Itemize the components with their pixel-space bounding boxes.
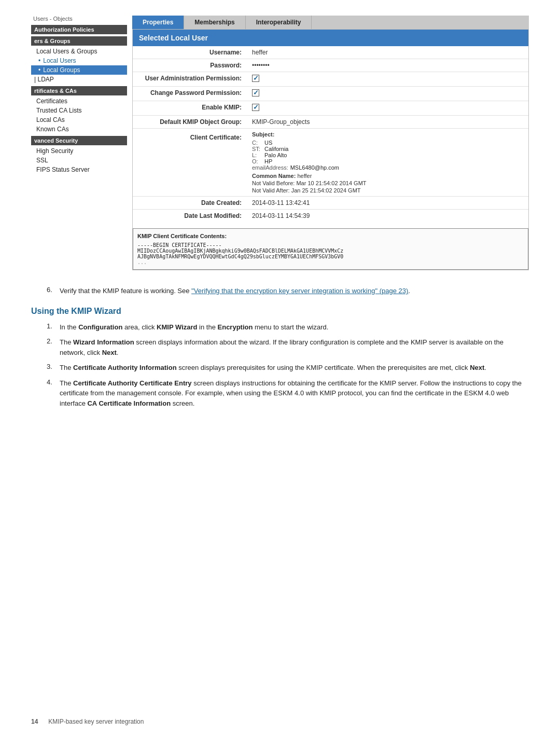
- cert-box: KMIP Client Certificate Contents: -----B…: [133, 228, 528, 270]
- sidebar-nav-top: Users - Objects: [31, 16, 127, 22]
- label-date-created: Date Created:: [133, 197, 247, 210]
- sidebar-item-label: Local Users: [43, 57, 76, 64]
- sidebar-item-fips[interactable]: FIPS Status Server: [31, 165, 127, 174]
- detail-table: Username: heffer Password: •••••••• User…: [133, 46, 528, 222]
- sidebar-item-certificates[interactable]: Certificates: [31, 96, 127, 106]
- step-3-item: 3. The Certificate Authority Information…: [31, 363, 529, 373]
- tab-properties[interactable]: Properties: [132, 16, 184, 29]
- cert-content: -----BEGIN CERTIFICATE----- MIIDozCCAoug…: [137, 242, 524, 265]
- cert-val-st: California: [264, 146, 288, 152]
- cert-row-c: C: US: [252, 140, 339, 146]
- cert-key-o: O:: [252, 158, 262, 164]
- label-kmip-group: Default KMIP Object Group:: [133, 116, 247, 129]
- row-kmip-group: Default KMIP Object Group: KMIP-Group_ob…: [133, 116, 528, 129]
- row-client-cert: Client Certificate: Subject:: [133, 129, 528, 197]
- footer-text: KMIP-based key server integration: [48, 718, 144, 725]
- step-4-text: The Certificate Authority Certificate En…: [60, 378, 529, 409]
- value-date-created: 2014-03-11 13:42:41: [247, 197, 528, 210]
- step-4-number: 4.: [47, 378, 60, 409]
- sidebar-header-auth: Authorization Policies: [31, 25, 127, 34]
- cert-subject: C: US ST: California L:: [252, 140, 339, 171]
- step-3-bold2: Next: [470, 364, 484, 371]
- sidebar-group-adv-security: vanced Security High Security SSL FIPS S…: [31, 136, 127, 174]
- checkbox-change-pass-perm[interactable]: [252, 89, 259, 96]
- row-enable-kmip: Enable KMIP:: [133, 101, 528, 116]
- step-2-number: 2.: [47, 337, 60, 357]
- cert-key-email: emailAddress:: [252, 164, 288, 171]
- checkbox-admin-perm[interactable]: [252, 75, 259, 82]
- sidebar-header-certs: rtificates & CAs: [31, 86, 127, 95]
- sidebar-item-ldap[interactable]: | LDAP: [31, 75, 127, 84]
- cert-not-after: Not Valid After: Jan 25 21:54:02 2024 GM…: [252, 187, 523, 194]
- cert-not-after-label: Not Valid After:: [252, 187, 290, 194]
- tabs-bar: Properties Memberships Interoperability: [132, 16, 529, 29]
- cert-val-l: Palo Alto: [264, 152, 287, 158]
- sidebar-item-known-cas[interactable]: Known CAs: [31, 125, 127, 134]
- step-1-bold1: Configuration: [78, 323, 122, 331]
- step-3-bold1: Certificate Authority Information: [73, 364, 177, 371]
- value-username: heffer: [247, 46, 528, 59]
- sidebar-group-certs: rtificates & CAs Certificates Trusted CA…: [31, 86, 127, 134]
- cert-line-4: ...: [137, 259, 524, 265]
- label-password: Password:: [133, 59, 247, 72]
- row-change-pass-perm: Change Password Permission:: [133, 87, 528, 101]
- step-2-bold1: Wizard Information: [73, 338, 134, 346]
- step-1-text: In the Configuration area, click KMIP Wi…: [60, 322, 529, 333]
- sidebar-item-trusted-ca[interactable]: Trusted CA Lists: [31, 106, 127, 115]
- sidebar-item-local-users-groups[interactable]: Local Users & Groups: [31, 47, 127, 56]
- label-client-cert: Client Certificate:: [133, 129, 247, 197]
- cert-val-c: US: [264, 140, 272, 146]
- step-6-intro: Verify that the KMIP feature is working.…: [60, 287, 191, 295]
- cert-box-title: KMIP Client Certificate Contents:: [137, 233, 524, 239]
- sidebar-item-local-users[interactable]: • Local Users: [31, 56, 127, 65]
- value-change-pass-perm: [247, 87, 528, 101]
- value-date-modified: 2014-03-11 14:54:39: [247, 210, 528, 223]
- step-1-number: 1.: [47, 322, 60, 333]
- label-admin-perm: User Administration Permission:: [133, 72, 247, 87]
- value-password: ••••••••: [247, 59, 528, 72]
- checkbox-enable-kmip[interactable]: [252, 104, 259, 111]
- step-4-bold2: CA Certificate Information: [87, 399, 171, 407]
- body-section: 6. Verify that the KMIP feature is worki…: [31, 286, 529, 413]
- bullet-icon: •: [38, 57, 40, 64]
- value-kmip-group: KMIP-Group_objects: [247, 116, 528, 129]
- detail-panel: Selected Local User Username: heffer Pas…: [132, 29, 529, 270]
- cert-row-st: ST: California: [252, 146, 339, 152]
- cert-key-c: C:: [252, 140, 262, 146]
- main-content: Properties Memberships Interoperability …: [132, 16, 529, 270]
- step-3-number: 3.: [47, 363, 60, 373]
- footer-page-number: 14: [31, 718, 38, 725]
- value-client-cert: Subject: C: US ST:: [247, 129, 528, 197]
- step-4-item: 4. The Certificate Authority Certificate…: [31, 378, 529, 409]
- cert-key-l: L:: [252, 152, 262, 158]
- cert-val-o: HP: [264, 158, 272, 164]
- sidebar-item-ssl[interactable]: SSL: [31, 156, 127, 165]
- cert-line-1: -----BEGIN CERTIFICATE-----: [137, 242, 524, 248]
- sidebar-header-users: ers & Groups: [31, 36, 127, 46]
- step-6-text: Verify that the KMIP feature is working.…: [60, 286, 529, 296]
- panel-header: Selected Local User: [133, 30, 528, 46]
- sidebar-group-users: ers & Groups Local Users & Groups • Loca…: [31, 36, 127, 84]
- tab-memberships[interactable]: Memberships: [184, 16, 245, 29]
- row-password: Password: ••••••••: [133, 59, 528, 72]
- sidebar-item-local-cas[interactable]: Local CAs: [31, 115, 127, 125]
- tab-interoperability[interactable]: Interoperability: [246, 16, 312, 29]
- row-date-modified: Date Last Modified: 2014-03-11 14:54:39: [133, 210, 528, 223]
- cert-common-name: Common Name: heffer: [252, 173, 523, 179]
- cert-row-o: O: HP: [252, 158, 339, 164]
- row-admin-perm: User Administration Permission:: [133, 72, 528, 87]
- step-2-item: 2. The Wizard Information screen display…: [31, 337, 529, 357]
- sidebar-item-high-security[interactable]: High Security: [31, 146, 127, 156]
- step-6-link[interactable]: "Verifying that the encryption key serve…: [191, 287, 408, 295]
- sidebar-group-auth: Authorization Policies: [31, 25, 127, 34]
- subject-label: Subject:: [252, 131, 274, 137]
- label-enable-kmip: Enable KMIP:: [133, 101, 247, 116]
- sidebar: Users - Objects Authorization Policies e…: [31, 16, 127, 270]
- step-1-bold3: Encryption: [218, 323, 253, 331]
- cert-line-2: MIIDozCCAougAwIBAgIBKjANBgkqhkiG9w0BAQsF…: [137, 248, 524, 254]
- step-6-after: .: [408, 287, 410, 295]
- cert-not-before: Not Valid Before: Mar 10 21:54:02 2014 G…: [252, 180, 523, 186]
- step-6-item: 6. Verify that the KMIP feature is worki…: [31, 286, 529, 296]
- step-6-number: 6.: [47, 286, 60, 296]
- sidebar-item-local-groups[interactable]: • Local Groups: [31, 65, 127, 75]
